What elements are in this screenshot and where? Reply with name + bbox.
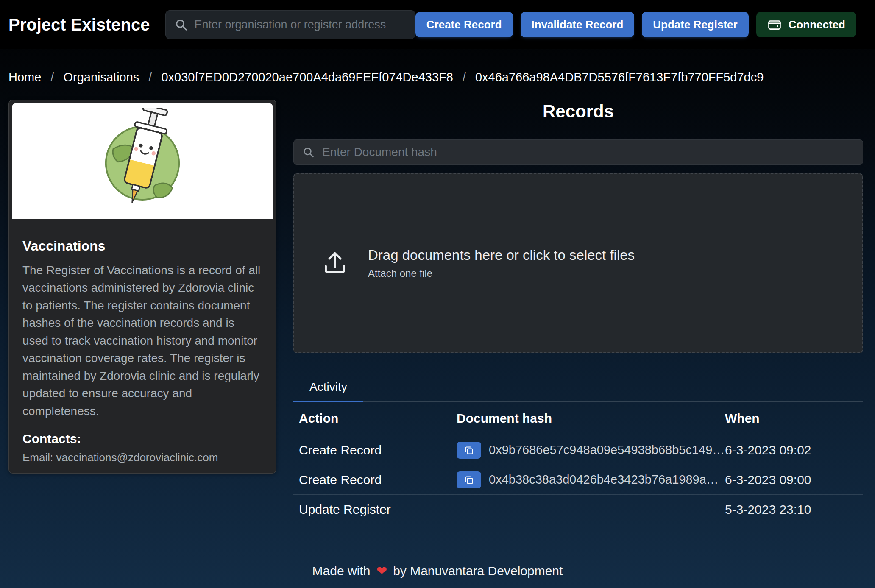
org-search-input[interactable] — [195, 18, 407, 31]
table-row: Update Register 5-3-2023 23:10 — [293, 495, 863, 524]
column-header-hash: Document hash — [457, 411, 725, 426]
wallet-icon — [767, 17, 782, 32]
action-cell: Create Record — [299, 443, 457, 457]
breadcrumb-organisation-address[interactable]: 0x030f7ED0D270020ae700A4da69FEFf074De433… — [161, 70, 453, 84]
search-icon — [302, 146, 315, 159]
hash-cell: 0x4b38c38a3d0426b4e3423b76a1989a19a... — [457, 471, 725, 488]
file-dropzone[interactable]: Drag documents here or click to select f… — [293, 173, 863, 353]
hash-value: 0x4b38c38a3d0426b4e3423b76a1989a19a... — [489, 473, 725, 487]
column-header-action: Action — [299, 411, 457, 426]
table-row: Create Record 0x9b7686e57c948a09e54938b6… — [293, 435, 863, 465]
hash-cell: 0x9b7686e57c948a09e54938b68b5c149d3... — [457, 442, 725, 459]
register-description: The Register of Vaccinations is a record… — [22, 262, 262, 420]
copy-hash-button[interactable] — [457, 471, 481, 488]
breadcrumb-register-address[interactable]: 0x46a766a98A4DB7D5576fF7613F7fb770FF5d7d… — [475, 70, 764, 84]
when-cell: 6-3-2023 09:02 — [725, 443, 863, 457]
copy-icon — [464, 445, 474, 455]
search-icon — [174, 18, 188, 31]
document-hash-search[interactable] — [293, 139, 863, 165]
syringe-illustration-icon — [94, 108, 191, 214]
dropzone-text: Drag documents here or click to select f… — [368, 247, 635, 279]
app-title: Project Existence — [8, 15, 150, 34]
breadcrumb-separator: / — [463, 70, 466, 84]
records-title: Records — [293, 101, 863, 122]
dropzone-sub-text: Attach one file — [368, 268, 635, 279]
connected-label: Connected — [789, 18, 845, 31]
copy-icon — [464, 475, 474, 485]
header-actions: Create Record Invalidate Record Update R… — [415, 12, 856, 37]
column-header-when: When — [725, 411, 863, 426]
when-cell: 5-3-2023 23:10 — [725, 502, 863, 517]
activity-table: Action Document hash When Create Record — [293, 402, 863, 524]
table-row: Create Record 0x4b38c38a3d0426b4e3423b76… — [293, 465, 863, 495]
breadcrumb-organisations[interactable]: Organisations — [63, 70, 139, 84]
invalidate-record-button[interactable]: Invalidate Record — [521, 12, 635, 37]
register-image — [12, 103, 273, 219]
action-cell: Create Record — [299, 473, 457, 487]
org-search[interactable] — [165, 10, 415, 39]
records-tabs: Activity — [293, 374, 863, 402]
records-panel: Records Drag documents here or click to … — [293, 100, 863, 524]
register-card-body: Vaccinations The Register of Vaccination… — [9, 238, 276, 464]
page-footer: Made with ❤ by Manuvantara Development — [0, 563, 875, 578]
app-header: Project Existence Create Record Invalida… — [0, 0, 875, 49]
footer-text-prefix: Made with — [312, 564, 371, 578]
when-cell: 6-3-2023 09:00 — [725, 473, 863, 487]
main-content: Vaccinations The Register of Vaccination… — [8, 100, 863, 524]
update-register-button[interactable]: Update Register — [642, 12, 748, 37]
breadcrumb-separator: / — [148, 70, 152, 84]
register-card: Vaccinations The Register of Vaccination… — [8, 100, 276, 474]
register-contacts-label: Contacts: — [22, 432, 262, 446]
footer-text-suffix: by Manuvantara Development — [393, 564, 563, 578]
hash-value: 0x9b7686e57c948a09e54938b68b5c149d3... — [489, 443, 725, 457]
create-record-button[interactable]: Create Record — [415, 12, 513, 37]
action-cell: Update Register — [299, 502, 457, 517]
breadcrumb-home[interactable]: Home — [8, 70, 41, 84]
page: Project Existence Create Record Invalida… — [0, 0, 875, 588]
document-hash-input[interactable] — [322, 145, 854, 159]
dropzone-main-text: Drag documents here or click to select f… — [368, 247, 635, 263]
tab-activity[interactable]: Activity — [293, 374, 363, 402]
heart-icon: ❤ — [374, 564, 390, 578]
table-header-row: Action Document hash When — [293, 402, 863, 435]
breadcrumb: Home / Organisations / 0x030f7ED0D270020… — [8, 70, 875, 84]
register-email: Email: vaccinations@zdoroviaclinic.com — [22, 451, 262, 464]
register-title: Vaccinations — [22, 238, 262, 254]
connected-wallet-button[interactable]: Connected — [756, 12, 856, 37]
copy-hash-button[interactable] — [457, 442, 481, 459]
upload-icon — [321, 250, 348, 277]
breadcrumb-separator: / — [50, 70, 54, 84]
